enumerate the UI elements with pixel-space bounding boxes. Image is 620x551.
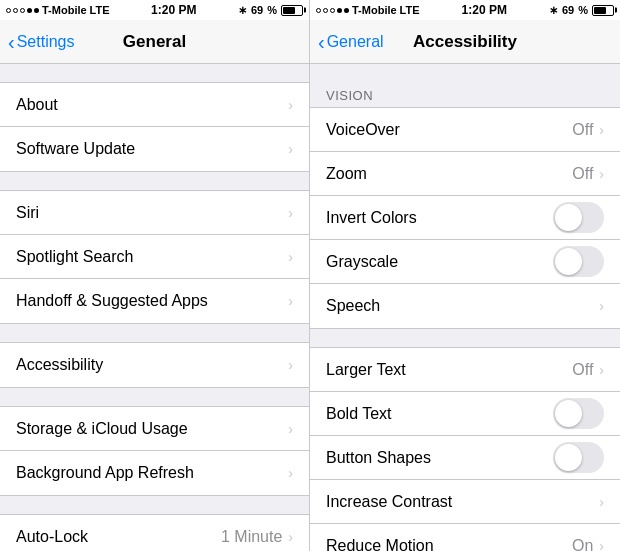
carrier-label: T-Mobile [42,4,87,16]
left-back-button[interactable]: ‹ Settings [8,32,74,52]
reduce-motion-label: Reduce Motion [326,537,572,552]
chevron-right-icon: › [288,529,293,545]
list-item[interactable]: Background App Refresh › [0,451,309,495]
button-shapes-label: Button Shapes [326,449,553,467]
list-item[interactable]: Grayscale [310,240,620,284]
bold-text-label: Bold Text [326,405,553,423]
left-nav-bar: ‹ Settings General [0,20,309,64]
grayscale-label: Grayscale [326,253,553,271]
zoom-label: Zoom [326,165,572,183]
time-label: 1:20 PM [462,3,507,17]
invert-colors-label: Invert Colors [326,209,553,227]
about-label: About [16,96,288,114]
right-gap2 [310,329,620,347]
invert-colors-toggle[interactable] [553,202,604,233]
handoff-label: Handoff & Suggested Apps [16,292,288,310]
right-status-bar: T-Mobile LTE 1:20 PM ∗ 69% [310,0,620,20]
list-item[interactable]: Reduce Motion On › [310,524,620,551]
time-label: 1:20 PM [151,3,196,17]
spotlight-search-label: Spotlight Search [16,248,288,266]
bluetooth-icon: ∗ [238,4,247,17]
gap1 [0,64,309,82]
accessibility-row[interactable]: Accessibility › [0,343,309,387]
battery-fill [594,7,606,14]
toggle-knob [555,400,582,427]
chevron-right-icon: › [599,166,604,182]
right-group-vision: VoiceOver Off › Zoom Off › Invert Colors… [310,107,620,329]
signal-icon [316,8,349,13]
chevron-left-icon: ‹ [8,32,15,52]
list-item[interactable]: Auto-Lock 1 Minute › [0,515,309,551]
toggle-knob [555,204,582,231]
chevron-right-icon: › [288,249,293,265]
voiceover-value: Off [572,121,593,139]
list-item[interactable]: Zoom Off › [310,152,620,196]
increase-contrast-label: Increase Contrast [326,493,599,511]
speech-label: Speech [326,297,599,315]
list-item[interactable]: Bold Text [310,392,620,436]
left-group-4: Storage & iCloud Usage › Background App … [0,406,309,496]
list-item[interactable]: Software Update › [0,127,309,171]
chevron-right-icon: › [599,298,604,314]
bold-text-toggle[interactable] [553,398,604,429]
network-label: LTE [90,4,110,16]
left-group-5: Auto-Lock 1 Minute › Restrictions › [0,514,309,551]
zoom-value: Off [572,165,593,183]
toggle-knob [555,248,582,275]
list-item[interactable]: Button Shapes [310,436,620,480]
chevron-right-icon: › [288,97,293,113]
left-panel: T-Mobile LTE 1:20 PM ∗ 69% ‹ Settings Ge… [0,0,310,551]
list-item[interactable]: Storage & iCloud Usage › [0,407,309,451]
autolock-value: 1 Minute [221,528,282,546]
toggle-knob [555,444,582,471]
left-group-2: Siri › Spotlight Search › Handoff & Sugg… [0,190,309,324]
list-item[interactable]: Handoff & Suggested Apps › [0,279,309,323]
carrier-label: T-Mobile [352,4,397,16]
list-item[interactable]: Larger Text Off › [310,348,620,392]
list-item[interactable]: Spotlight Search › [0,235,309,279]
left-back-label: Settings [17,33,75,51]
chevron-right-icon: › [288,421,293,437]
left-content: About › Software Update › Siri › Spotlig… [0,64,309,551]
chevron-right-icon: › [599,538,604,552]
signal-icon [6,8,39,13]
right-group-2: Larger Text Off › Bold Text Button Shape… [310,347,620,551]
chevron-right-icon: › [288,293,293,309]
list-item[interactable]: Invert Colors [310,196,620,240]
bluetooth-icon: ∗ [549,4,558,17]
background-refresh-label: Background App Refresh [16,464,288,482]
list-item[interactable]: Speech › [310,284,620,328]
gap2 [0,172,309,190]
gap5 [0,496,309,514]
grayscale-toggle[interactable] [553,246,604,277]
voiceover-label: VoiceOver [326,121,572,139]
left-group-1: About › Software Update › [0,82,309,172]
vision-section-header: VISION [310,82,620,107]
gap4 [0,388,309,406]
chevron-right-icon: › [288,141,293,157]
gap3 [0,324,309,342]
button-shapes-toggle[interactable] [553,442,604,473]
chevron-right-icon: › [288,205,293,221]
network-label: LTE [400,4,420,16]
list-item[interactable]: VoiceOver Off › [310,108,620,152]
list-item[interactable]: Increase Contrast › [310,480,620,524]
left-status-bar: T-Mobile LTE 1:20 PM ∗ 69% [0,0,309,20]
list-item[interactable]: Siri › [0,191,309,235]
battery-icon [281,5,303,16]
right-panel: T-Mobile LTE 1:20 PM ∗ 69% ‹ General Acc… [310,0,620,551]
chevron-left-icon: ‹ [318,32,325,52]
larger-text-value: Off [572,361,593,379]
chevron-right-icon: › [599,494,604,510]
reduce-motion-value: On [572,537,593,552]
chevron-right-icon: › [288,357,293,373]
right-back-button[interactable]: ‹ General [318,32,384,52]
chevron-right-icon: › [599,362,604,378]
chevron-right-icon: › [288,465,293,481]
battery-icon [592,5,614,16]
battery-percent: 69 [562,4,574,16]
software-update-label: Software Update [16,140,288,158]
list-item[interactable]: About › [0,83,309,127]
right-nav-title: Accessibility [413,32,517,52]
battery-percent: 69 [251,4,263,16]
